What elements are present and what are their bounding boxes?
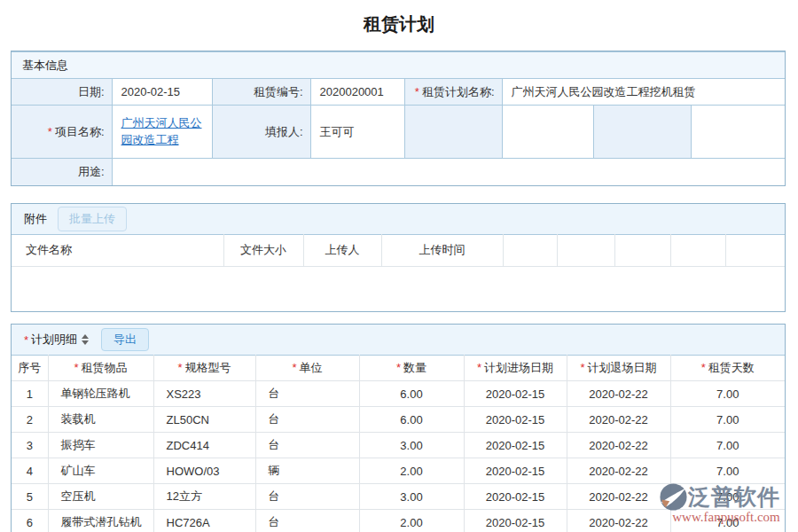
date-value: 2020-02-15: [112, 79, 212, 106]
cell-end-date: 2020-02-22: [567, 433, 670, 458]
table-row: 1 单钢轮压路机 XS223 台 6.00 2020-02-15 2020-02…: [12, 381, 785, 407]
rental-no-value: 2020020001: [310, 79, 404, 106]
required-star: *: [415, 85, 419, 98]
plan-detail-section-title: 计划明细: [31, 332, 77, 348]
cell-item: 振捣车: [48, 433, 153, 458]
cell-unit: 台: [255, 510, 359, 532]
table-row: 5 空压机 12立方 台 3.00 2020-02-15 2020-02-22 …: [12, 484, 785, 510]
sort-icon[interactable]: [82, 334, 89, 345]
cell-qty: 6.00: [359, 407, 464, 433]
required-star: *: [74, 361, 78, 374]
cell-start-date: 2020-02-15: [464, 433, 567, 458]
purpose-label: 用途:: [12, 159, 112, 185]
plan-detail-section: * 计划明细 导出 序号 *租赁物品 *规格型号 *单位 *数量 *计划进场日期…: [11, 324, 786, 532]
cell-model: XS223: [153, 381, 255, 407]
basic-info-row-1: 日期: 2020-02-15 租赁编号: 2020020001 *租赁计划名称:…: [12, 79, 785, 106]
cell-qty: 3.00: [359, 484, 464, 510]
cell-days: 7.00: [670, 510, 785, 532]
plan-detail-header-row: 序号 *租赁物品 *规格型号 *单位 *数量 *计划进场日期 *计划退场日期 *…: [12, 356, 785, 381]
basic-info-header-row: 基本信息: [12, 52, 785, 79]
col-end-date: *计划退场日期: [567, 356, 670, 381]
project-name-label: *项目名称:: [12, 106, 112, 159]
basic-info-row-3: 用途:: [12, 159, 785, 185]
col-days: *租赁天数: [670, 356, 785, 381]
cell-days: 7.00: [670, 484, 785, 510]
required-star: *: [396, 361, 401, 374]
plan-name-label: *租赁计划名称:: [404, 79, 502, 106]
cell-no: 2: [12, 407, 48, 433]
cell-start-date: 2020-02-15: [464, 381, 567, 407]
cell-unit: 台: [255, 433, 359, 458]
cell-days: 7.00: [670, 433, 785, 458]
col-file-size: 文件大小: [223, 234, 303, 266]
col-start-date: *计划进场日期: [464, 356, 567, 381]
cell-unit: 台: [255, 381, 359, 407]
required-star: *: [701, 361, 706, 374]
export-button[interactable]: 导出: [101, 328, 149, 351]
cell-start-date: 2020-02-15: [464, 510, 567, 532]
attachments-section-title: 附件: [24, 211, 47, 227]
cell-item: 单钢轮压路机: [48, 381, 153, 407]
empty-header-cell: [670, 234, 725, 266]
cell-no: 4: [12, 458, 48, 484]
basic-info-section-title: 基本信息: [12, 52, 785, 79]
basic-info-table: 基本信息 日期: 2020-02-15 租赁编号: 2020020001 *租赁…: [12, 51, 785, 185]
rental-no-label: 租赁编号:: [212, 79, 310, 106]
cell-item: 矿山车: [48, 458, 153, 484]
date-label: 日期:: [12, 79, 112, 106]
page-title: 租赁计划: [0, 0, 798, 51]
attachments-empty-body: [12, 266, 785, 311]
cell-days: 7.00: [670, 407, 785, 433]
cell-no: 1: [12, 381, 48, 407]
purpose-value: [112, 159, 785, 185]
attachments-table: 文件名称 文件大小 上传人 上传时间: [12, 234, 785, 312]
plan-detail-header-bar: * 计划明细 导出: [12, 325, 785, 355]
required-star: *: [24, 333, 28, 347]
table-row: 4 矿山车 HOWO/03 辆 2.00 2020-02-15 2020-02-…: [12, 458, 785, 484]
reporter-label: 填报人:: [212, 106, 310, 159]
cell-days: 7.00: [670, 381, 785, 407]
cell-item: 装载机: [48, 407, 153, 433]
attachments-header-row: 文件名称 文件大小 上传人 上传时间: [12, 234, 785, 266]
col-qty: *数量: [359, 356, 464, 381]
cell-model: ZL50CN: [153, 407, 255, 433]
table-row: 6 履带式潜孔钻机 HC726A 台 2.00 2020-02-15 2020-…: [12, 510, 785, 532]
cell-end-date: 2020-02-22: [567, 407, 670, 433]
project-link[interactable]: 广州天河人民公园改造工程: [121, 115, 205, 149]
attachments-header-bar: 附件 批量上传: [12, 204, 785, 234]
rental-plan-page: 租赁计划 基本信息 日期: 2020-02-15 租赁编号: 202002000…: [0, 0, 798, 532]
cell-end-date: 2020-02-22: [567, 458, 670, 484]
cell-qty: 6.00: [359, 381, 464, 407]
cell-qty: 3.00: [359, 433, 464, 458]
cell-start-date: 2020-02-15: [464, 407, 567, 433]
cell-model: ZDC414: [153, 433, 255, 458]
batch-upload-button[interactable]: 批量上传: [58, 207, 127, 231]
empty-header-cell: [725, 234, 785, 266]
cell-no: 5: [12, 484, 48, 510]
cell-days: 7.00: [670, 458, 785, 484]
reporter-value: 王可可: [310, 106, 404, 159]
cell-end-date: 2020-02-22: [567, 484, 670, 510]
col-unit: *单位: [255, 356, 359, 381]
empty-header-cell: [503, 234, 557, 266]
cell-end-date: 2020-02-22: [567, 510, 670, 532]
basic-info-row-2: *项目名称: 广州天河人民公园改造工程 填报人: 王可可: [12, 106, 785, 159]
cell-start-date: 2020-02-15: [464, 484, 567, 510]
cell-start-date: 2020-02-15: [464, 458, 567, 484]
cell-model: HC726A: [153, 510, 255, 532]
empty-header-cell: [614, 234, 670, 266]
empty-value-cell: [502, 106, 593, 159]
cell-unit: 台: [255, 407, 359, 433]
empty-header-cell: [557, 234, 614, 266]
cell-unit: 辆: [255, 458, 359, 484]
cell-item: 空压机: [48, 484, 153, 510]
col-item: *租赁物品: [48, 356, 153, 381]
required-star: *: [292, 361, 296, 374]
cell-qty: 2.00: [359, 458, 464, 484]
cell-no: 3: [12, 433, 48, 458]
cell-qty: 2.00: [359, 510, 464, 532]
project-name-value: 广州天河人民公园改造工程: [112, 106, 212, 159]
col-no: 序号: [12, 356, 48, 381]
required-star: *: [48, 125, 52, 138]
required-star: *: [477, 361, 481, 374]
